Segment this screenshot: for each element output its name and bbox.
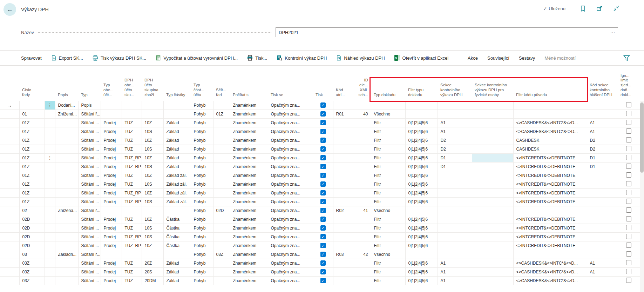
cell-idxml[interactable]: [353, 127, 371, 136]
cell-indicator[interactable]: [0, 136, 19, 145]
cell-typcastuctu[interactable]: Pohyb: [191, 259, 213, 267]
cell-sekcekvfo[interactable]: [472, 180, 513, 188]
cell-indicator[interactable]: [0, 259, 19, 267]
cell-pocitats[interactable]: Znaménkem: [230, 109, 268, 118]
cell-kodatri[interactable]: R02: [333, 206, 353, 215]
cell-indicator[interactable]: [0, 206, 19, 215]
cell-pocitats[interactable]: Znaménkem: [230, 136, 268, 145]
cell-typdokladu[interactable]: Filtr: [371, 259, 405, 267]
cell-indicator[interactable]: [0, 109, 19, 118]
cell-typcastky[interactable]: [163, 101, 191, 109]
cell-kodsekce[interactable]: A1: [587, 118, 618, 127]
cell-kodsekce[interactable]: [587, 215, 618, 224]
cell-filtrkodu[interactable]: <>INTCREDIT&<>DEBITNOTE: [513, 241, 587, 250]
cell-dots[interactable]: [45, 215, 55, 224]
col-header-kodatri[interactable]: Kód atri...: [333, 66, 353, 101]
cell-pocitats[interactable]: Znaménkem: [230, 215, 268, 224]
cell-filtrkodu[interactable]: <>CASHDESK&<>INTC*&<>D...: [513, 276, 587, 285]
cell-sekcekvfo[interactable]: [472, 127, 513, 136]
cell-typobe[interactable]: [101, 250, 122, 259]
vertical-scrollbar[interactable]: [640, 101, 644, 292]
cell-typdokladu[interactable]: Filtr: [371, 224, 405, 232]
ign-checkbox[interactable]: [626, 128, 631, 134]
cell-typdokladu[interactable]: Filtr: [371, 232, 405, 241]
cell-tisk[interactable]: ✓: [313, 145, 333, 153]
cell-dphzbozi[interactable]: 20DM: [142, 276, 163, 285]
cell-cislo[interactable]: 01Z: [19, 118, 45, 127]
cell-filtrkodu[interactable]: <>CASHDESK&<>INTC*&<>D...: [513, 118, 587, 127]
cell-typ[interactable]: Sčítání ...: [78, 197, 101, 206]
cell-dphzbozi[interactable]: 10S: [142, 162, 163, 171]
ign-checkbox[interactable]: [626, 146, 631, 151]
cell-tiskse[interactable]: Opačným zna...: [268, 250, 313, 259]
tisk-checkbox[interactable]: ✓: [320, 129, 326, 134]
cell-dots[interactable]: [45, 145, 55, 153]
cell-idxml[interactable]: [353, 215, 371, 224]
reports-menu[interactable]: Sestavy: [519, 55, 535, 61]
ign-checkbox[interactable]: [626, 102, 631, 107]
cell-dphzbozi[interactable]: 10Z: [142, 171, 163, 180]
cell-typcastuctu[interactable]: Pohyb: [191, 206, 213, 215]
cell-typdokladu[interactable]: Všechno: [371, 109, 405, 118]
ign-checkbox[interactable]: [626, 190, 631, 195]
tisk-checkbox[interactable]: ✓: [320, 252, 326, 257]
cell-dphzbozi[interactable]: 20S: [142, 267, 163, 276]
cell-typcastuctu[interactable]: Pohyb: [191, 136, 213, 145]
cell-popis[interactable]: Znížená...: [55, 109, 78, 118]
cell-typdokladu[interactable]: Filtr: [371, 118, 405, 127]
cell-indicator[interactable]: [0, 276, 19, 285]
tisk-checkbox[interactable]: ✓: [320, 120, 326, 125]
cell-sekcekv[interactable]: [438, 224, 472, 232]
cell-ign[interactable]: [618, 109, 640, 118]
cell-popis[interactable]: Dodani...: [55, 101, 78, 109]
cell-dots[interactable]: [45, 197, 55, 206]
cell-typobe[interactable]: Prodej: [101, 145, 122, 153]
cell-kodsekce[interactable]: A1: [587, 259, 618, 267]
cell-scitrad[interactable]: [213, 162, 230, 171]
cell-pocitats[interactable]: Znaménkem: [230, 118, 268, 127]
col-header-typobe[interactable]: Typ obe... účt...: [101, 66, 122, 101]
cell-sekcekv[interactable]: [438, 109, 472, 118]
cell-idxml[interactable]: [353, 101, 371, 109]
cell-dphobc[interactable]: TUZ: [122, 215, 142, 224]
cell-filtrkodu[interactable]: CASHDESK: [513, 136, 587, 145]
cell-popis[interactable]: [55, 171, 78, 180]
cell-filtrkodu[interactable]: [513, 206, 587, 215]
cell-filtrkodu[interactable]: CASHDESK: [513, 145, 587, 153]
cell-tiskse[interactable]: Opačným zna...: [268, 241, 313, 250]
tisk-checkbox[interactable]: ✓: [320, 138, 326, 143]
ign-checkbox[interactable]: [626, 207, 631, 213]
cell-dphzbozi[interactable]: 10S: [142, 197, 163, 206]
cell-typdokladu[interactable]: Filtr: [371, 188, 405, 197]
cell-dphobc[interactable]: [122, 109, 142, 118]
cell-typcastky[interactable]: Základ: [163, 136, 191, 145]
cell-tiskse[interactable]: Opačným zna...: [268, 206, 313, 215]
cell-dots[interactable]: [45, 180, 55, 188]
cell-dphzbozi[interactable]: 20Z: [142, 259, 163, 267]
cell-kodsekce[interactable]: [587, 197, 618, 206]
cell-dphobc[interactable]: TUZ_RP: [122, 162, 142, 171]
cell-cislo[interactable]: 02D: [19, 215, 45, 224]
cell-filtrkodu[interactable]: <>INTCREDIT&<>DEBITNOTE: [513, 180, 587, 188]
ign-checkbox[interactable]: [626, 243, 631, 248]
cell-kodatri[interactable]: [333, 188, 353, 197]
cell-dphzbozi[interactable]: 10Z: [142, 188, 163, 197]
cell-typobe[interactable]: Prodej: [101, 259, 122, 267]
cell-kodatri[interactable]: [333, 162, 353, 171]
cell-dots[interactable]: [45, 188, 55, 197]
cell-cislo[interactable]: 03Z: [19, 259, 45, 267]
cell-idxml[interactable]: [353, 267, 371, 276]
cell-pocitats[interactable]: Znaménkem: [230, 101, 268, 109]
cell-dphzbozi[interactable]: 10Z: [142, 215, 163, 224]
col-header-filtrtypu[interactable]: Filtr typu dokladu: [405, 66, 438, 101]
cell-typcastuctu[interactable]: Pohyb: [191, 276, 213, 285]
cell-filtrtypu[interactable]: [405, 250, 438, 259]
cell-tisk[interactable]: ✓: [313, 101, 333, 109]
cell-dphzbozi[interactable]: [142, 250, 163, 259]
cell-dphobc[interactable]: TUZ: [122, 127, 142, 136]
tisk-checkbox[interactable]: ✓: [320, 234, 326, 239]
cell-idxml[interactable]: [353, 224, 371, 232]
cell-typcastuctu[interactable]: Pohyb: [191, 232, 213, 241]
cell-kodsekce[interactable]: D1: [587, 162, 618, 171]
cell-popis[interactable]: [55, 241, 78, 250]
